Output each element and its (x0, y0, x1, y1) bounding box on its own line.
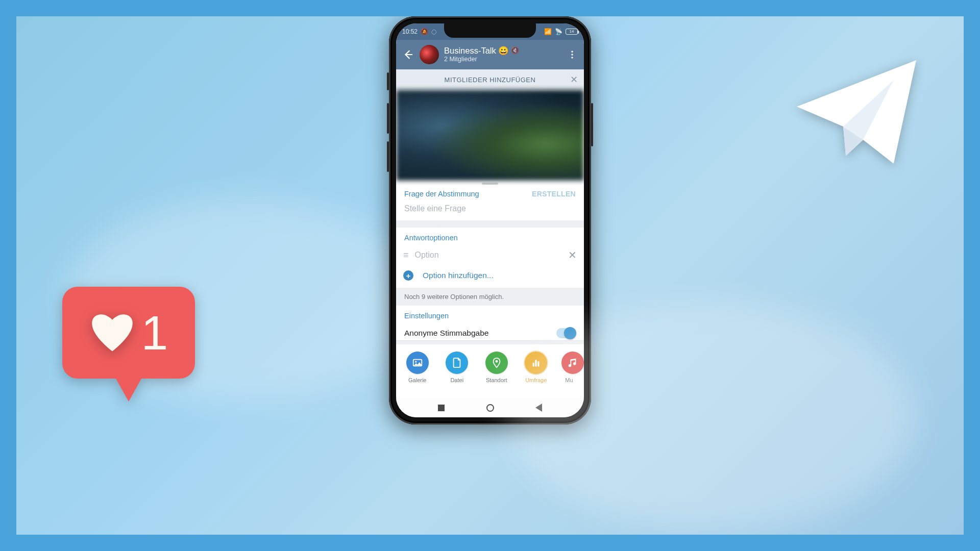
create-poll-button[interactable]: ERSTELLEN (532, 190, 576, 198)
anonymous-vote-toggle[interactable] (556, 328, 576, 338)
svg-point-3 (571, 51, 573, 53)
music-icon (561, 352, 584, 374)
chat-avatar[interactable] (420, 45, 439, 64)
attach-gallery-button[interactable]: Galerie (403, 352, 432, 383)
drag-handle-icon[interactable]: ≡ (403, 251, 408, 260)
muted-icon: 🔇 (511, 47, 519, 55)
svg-rect-11 (537, 361, 539, 366)
battery-icon: 14 (566, 29, 578, 35)
attach-music-button[interactable]: Mu (561, 352, 577, 383)
phone-notch (444, 23, 536, 38)
chat-title: Business-Talk (444, 46, 496, 56)
poll-question-section-title: Frage der Abstimmung (404, 190, 479, 198)
location-icon (485, 352, 508, 374)
attach-file-button[interactable]: Datei (443, 352, 472, 383)
back-button[interactable] (401, 48, 414, 61)
background-canvas: 1 10:52 🔕 ◌ 📶 📡 14 (16, 16, 964, 535)
attach-poll-label: Umfrage (525, 377, 547, 383)
like-notification-bubble: 1 (62, 287, 195, 404)
attach-poll-button[interactable]: Umfrage (522, 352, 551, 383)
chat-header: Business-Talk😀 🔇 2 Mitglieder (396, 40, 584, 69)
gallery-icon (406, 352, 429, 374)
chat-title-block[interactable]: Business-Talk😀 🔇 2 Mitglieder (444, 46, 560, 63)
banner-close-button[interactable]: ✕ (570, 74, 578, 85)
poll-question-input[interactable] (404, 204, 576, 213)
section-divider (396, 220, 584, 228)
chat-emoji: 😀 (498, 46, 509, 56)
svg-marker-0 (797, 60, 916, 164)
svg-rect-10 (535, 360, 537, 367)
signal-icon: 📶 (544, 28, 552, 35)
poll-option-input[interactable] (415, 251, 561, 260)
status-time: 10:52 (402, 28, 418, 35)
anonymous-vote-label: Anonyme Stimmabgabe (404, 329, 488, 338)
svg-point-8 (495, 360, 498, 363)
svg-point-5 (571, 57, 573, 58)
banner-text: MITGLIEDER HINZUFÜGEN (445, 76, 536, 84)
attach-gallery-label: Galerie (408, 377, 426, 383)
attach-file-label: Datei (450, 377, 463, 383)
phone-screen: 10:52 🔕 ◌ 📶 📡 14 Business-Ta (396, 23, 584, 417)
add-members-banner[interactable]: MITGLIEDER HINZUFÜGEN ✕ (396, 69, 584, 90)
file-icon (446, 352, 468, 374)
remove-option-button[interactable]: ✕ (568, 249, 577, 261)
nav-recent-button[interactable] (438, 405, 445, 411)
mute-status-icon: 🔕 (421, 28, 428, 35)
attachment-dock: GalerieDateiStandortUmfrageMu (396, 344, 584, 385)
poll-option-row: ≡ ✕ (396, 245, 584, 265)
chat-subtitle: 2 Mitglieder (444, 56, 560, 63)
telegram-logo-icon (790, 47, 923, 180)
plus-icon: + (403, 270, 413, 281)
more-options-button[interactable] (566, 48, 579, 61)
add-option-label: Option hinzufügen... (423, 271, 494, 280)
whatsapp-status-icon: ◌ (431, 28, 436, 35)
svg-rect-9 (533, 363, 534, 366)
nav-back-button[interactable] (535, 404, 542, 412)
chat-wallpaper (396, 90, 584, 181)
poll-sheet: Frage der Abstimmung ERSTELLEN Antwortop… (396, 181, 584, 385)
attach-location-label: Standort (486, 377, 507, 383)
poll-settings-section-title: Einstellungen (396, 306, 584, 323)
svg-point-4 (571, 54, 573, 55)
attach-location-button[interactable]: Standort (482, 352, 511, 383)
attach-music-label: Mu (565, 377, 573, 383)
android-nav-bar (396, 398, 584, 417)
poll-answers-section-title: Antwortoptionen (396, 228, 584, 245)
svg-point-7 (415, 361, 416, 363)
wifi-icon: 📡 (555, 28, 562, 35)
section-divider (396, 340, 584, 344)
add-option-button[interactable]: + Option hinzufügen... (396, 265, 584, 288)
poll-icon (525, 352, 547, 374)
sheet-drag-handle[interactable] (396, 181, 584, 187)
phone-frame: 10:52 🔕 ◌ 📶 📡 14 Business-Ta (389, 16, 591, 424)
options-remaining-hint: Noch 9 weitere Optionen möglich. (396, 288, 584, 306)
nav-home-button[interactable] (486, 404, 494, 412)
